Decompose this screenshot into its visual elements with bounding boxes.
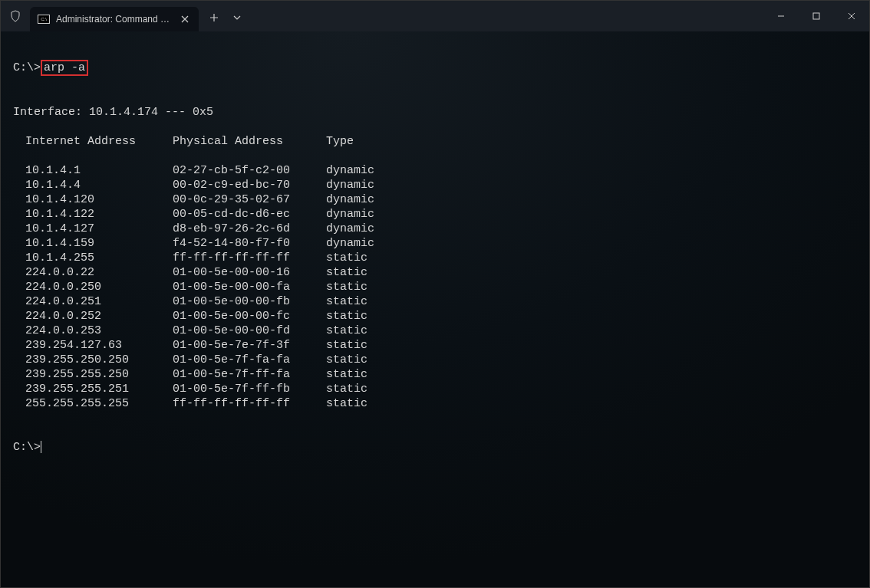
arp-mac: f4-52-14-80-f7-f0 xyxy=(173,236,326,251)
arp-row: 224.0.0.2201-00-5e-00-00-16static xyxy=(13,265,857,280)
prompt-text: C:\> xyxy=(13,61,41,74)
tab-close-button[interactable] xyxy=(179,13,191,25)
arp-row: 239.254.127.6301-00-5e-7e-7f-3fstatic xyxy=(13,338,857,353)
maximize-button[interactable] xyxy=(799,1,834,31)
arp-type: dynamic xyxy=(326,163,374,178)
arp-ip: 239.255.255.250 xyxy=(25,367,173,382)
arp-mac: 01-00-5e-00-00-fd xyxy=(173,324,326,338)
arp-ip: 239.254.127.63 xyxy=(25,338,173,353)
interface-line: Interface: 10.1.4.174 --- 0x5 xyxy=(13,105,857,120)
arp-mac: ff-ff-ff-ff-ff-ff xyxy=(173,396,326,411)
arp-mac: 01-00-5e-7e-7f-3f xyxy=(173,338,326,353)
arp-type: static xyxy=(326,251,367,265)
arp-row: 239.255.255.25001-00-5e-7f-ff-fastatic xyxy=(13,367,857,382)
arp-row: 255.255.255.255ff-ff-ff-ff-ff-ffstatic xyxy=(13,396,857,411)
command-highlight: arp -a xyxy=(41,60,88,76)
arp-mac: 02-27-cb-5f-c2-00 xyxy=(173,163,326,178)
arp-row: 10.1.4.400-02-c9-ed-bc-70dynamic xyxy=(13,178,857,192)
arp-ip: 224.0.0.252 xyxy=(25,309,173,324)
arp-row: 224.0.0.25101-00-5e-00-00-fbstatic xyxy=(13,294,857,309)
close-button[interactable] xyxy=(834,1,869,31)
arp-mac: 00-05-cd-dc-d6-ec xyxy=(173,207,326,222)
tab-dropdown-button[interactable] xyxy=(226,5,248,30)
arp-mac: d8-eb-97-26-2c-6d xyxy=(173,222,326,236)
arp-ip: 239.255.250.250 xyxy=(25,353,173,367)
arp-ip: 224.0.0.250 xyxy=(25,280,173,294)
arp-mac: 01-00-5e-00-00-16 xyxy=(173,265,326,280)
arp-ip: 10.1.4.4 xyxy=(25,178,173,192)
arp-mac: 01-00-5e-7f-fa-fa xyxy=(173,353,326,367)
arp-row: 224.0.0.25001-00-5e-00-00-fastatic xyxy=(13,280,857,294)
svg-rect-0 xyxy=(813,13,819,19)
arp-row: 224.0.0.25201-00-5e-00-00-fcstatic xyxy=(13,309,857,324)
tab-command-prompt[interactable]: C:\ Administrator: Command Prompt xyxy=(30,7,199,31)
arp-ip: 224.0.0.253 xyxy=(25,324,173,338)
cmd-icon: C:\ xyxy=(38,15,50,24)
header-internet-address: Internet Address xyxy=(25,134,173,149)
arp-mac: 01-00-5e-00-00-fa xyxy=(173,280,326,294)
arp-type: dynamic xyxy=(326,178,374,192)
arp-row: 239.255.250.25001-00-5e-7f-fa-fastatic xyxy=(13,353,857,367)
arp-row: 10.1.4.127d8-eb-97-26-2c-6ddynamic xyxy=(13,222,857,236)
arp-type: static xyxy=(326,382,367,396)
arp-type: static xyxy=(326,396,367,411)
arp-header-row: Internet AddressPhysical AddressType xyxy=(13,134,857,149)
arp-type: static xyxy=(326,324,367,338)
arp-ip: 255.255.255.255 xyxy=(25,396,173,411)
arp-type: static xyxy=(326,338,367,353)
command-text: arp -a xyxy=(44,61,85,74)
shield-icon xyxy=(8,9,22,23)
arp-mac: 01-00-5e-7f-ff-fa xyxy=(173,367,326,382)
header-physical-address: Physical Address xyxy=(173,134,326,149)
prompt-text: C:\> xyxy=(13,441,41,454)
arp-ip: 10.1.4.1 xyxy=(25,163,173,178)
arp-row: 10.1.4.102-27-cb-5f-c2-00dynamic xyxy=(13,163,857,178)
arp-row: 10.1.4.255ff-ff-ff-ff-ff-ffstatic xyxy=(13,251,857,265)
arp-ip: 239.255.255.251 xyxy=(25,382,173,396)
arp-ip: 10.1.4.122 xyxy=(25,207,173,222)
arp-type: dynamic xyxy=(326,192,374,207)
arp-ip: 10.1.4.159 xyxy=(25,236,173,251)
arp-ip: 10.1.4.127 xyxy=(25,222,173,236)
titlebar: C:\ Administrator: Command Prompt xyxy=(1,1,869,31)
new-tab-button[interactable] xyxy=(202,5,226,30)
tab-title: Administrator: Command Prompt xyxy=(56,14,173,25)
arp-ip: 10.1.4.120 xyxy=(25,192,173,207)
arp-mac: 00-0c-29-35-02-67 xyxy=(173,192,326,207)
arp-ip: 224.0.0.251 xyxy=(25,294,173,309)
window-controls xyxy=(763,1,869,31)
arp-mac: 01-00-5e-00-00-fb xyxy=(173,294,326,309)
arp-type: static xyxy=(326,353,367,367)
cursor xyxy=(41,441,41,453)
arp-type: dynamic xyxy=(326,236,374,251)
arp-row: 224.0.0.25301-00-5e-00-00-fdstatic xyxy=(13,324,857,338)
arp-row: 10.1.4.12200-05-cd-dc-d6-ecdynamic xyxy=(13,207,857,222)
minimize-button[interactable] xyxy=(763,1,799,31)
arp-type: static xyxy=(326,294,367,309)
header-type: Type xyxy=(326,134,354,149)
arp-type: static xyxy=(326,309,367,324)
arp-type: dynamic xyxy=(326,222,374,236)
arp-type: dynamic xyxy=(326,207,374,222)
arp-ip: 224.0.0.22 xyxy=(25,265,173,280)
prompt-line-1: C:\>arp -a xyxy=(13,60,857,76)
arp-rows: 10.1.4.102-27-cb-5f-c2-00dynamic10.1.4.4… xyxy=(13,163,857,411)
arp-row: 10.1.4.159f4-52-14-80-f7-f0dynamic xyxy=(13,236,857,251)
arp-mac: 01-00-5e-00-00-fc xyxy=(173,309,326,324)
arp-mac: 00-02-c9-ed-bc-70 xyxy=(173,178,326,192)
arp-type: static xyxy=(326,280,367,294)
prompt-line-2: C:\> xyxy=(13,440,857,455)
arp-ip: 10.1.4.255 xyxy=(25,251,173,265)
arp-type: static xyxy=(326,265,367,280)
arp-row: 239.255.255.25101-00-5e-7f-ff-fbstatic xyxy=(13,382,857,396)
arp-type: static xyxy=(326,367,367,382)
arp-mac: 01-00-5e-7f-ff-fb xyxy=(173,382,326,396)
arp-row: 10.1.4.12000-0c-29-35-02-67dynamic xyxy=(13,192,857,207)
terminal-output[interactable]: C:\>arp -a Interface: 10.1.4.174 --- 0x5… xyxy=(1,31,869,587)
arp-mac: ff-ff-ff-ff-ff-ff xyxy=(173,251,326,265)
